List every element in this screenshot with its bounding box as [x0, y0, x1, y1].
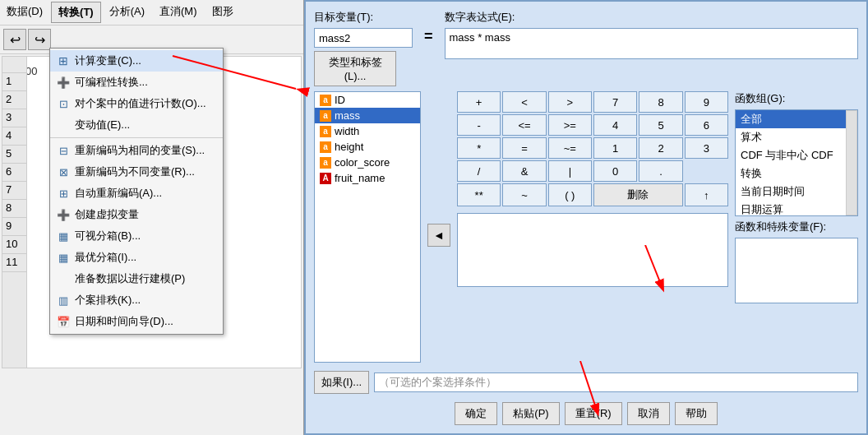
- calc-not[interactable]: ~: [502, 183, 546, 206]
- calc-3[interactable]: 3: [685, 137, 728, 159]
- transfer-section: ◄: [427, 91, 450, 363]
- calc-gt[interactable]: >: [548, 91, 592, 113]
- func-group-all[interactable]: 全部: [736, 110, 857, 128]
- calc-eq[interactable]: =: [502, 137, 546, 159]
- calc-8[interactable]: 8: [639, 91, 682, 113]
- calc-parens[interactable]: ( ): [548, 183, 592, 206]
- ok-button[interactable]: 确定: [455, 402, 497, 425]
- func-group-cdf[interactable]: CDF 与非中心 CDF: [736, 146, 857, 164]
- output-box: [457, 213, 728, 287]
- target-label: 目标变量(T):: [314, 10, 413, 25]
- calc-plus[interactable]: +: [457, 91, 501, 113]
- row-3: 3: [2, 109, 26, 127]
- calc-mul[interactable]: *: [457, 137, 501, 159]
- menu-optimal-bin[interactable]: ▦ 最优分箱(I)...: [50, 247, 223, 268]
- menu-data[interactable]: 数据(D): [0, 2, 49, 23]
- func-var-label: 函数和特殊变量(F):: [735, 220, 858, 234]
- func-group-scrollbar[interactable]: [846, 110, 857, 215]
- if-button[interactable]: 如果(I)...: [314, 371, 369, 394]
- calc-7[interactable]: 7: [593, 91, 637, 113]
- condition-box: （可选的个案选择条件）: [374, 373, 858, 392]
- variable-list: a ID a mass a width a height a color_s: [314, 91, 421, 363]
- menu-recode-same[interactable]: ⊟ 重新编码为相同的变量(S)...: [50, 140, 223, 161]
- var-height[interactable]: a height: [315, 139, 420, 155]
- menu-direct[interactable]: 直消(M): [153, 2, 204, 23]
- menu-rank[interactable]: ▥ 个案排秩(K)...: [50, 289, 223, 311]
- func-group-convert[interactable]: 转换: [736, 164, 857, 183]
- menu-transform[interactable]: 转换(T): [51, 2, 101, 23]
- row-6: 6: [2, 164, 26, 182]
- transfer-button[interactable]: ◄: [427, 224, 450, 247]
- calc-power[interactable]: **: [457, 183, 501, 206]
- calc-and[interactable]: &: [502, 160, 546, 182]
- menu-auto-recode[interactable]: ⊞ 自动重新编码(A)...: [50, 183, 223, 204]
- middle-section: a ID a mass a width a height a color_s: [314, 91, 858, 363]
- menu-shift-values[interactable]: 变动值(E)...: [50, 114, 223, 136]
- menu-create-dummy[interactable]: ➕ 创建虚拟变量: [50, 204, 223, 225]
- svg-line-3: [645, 245, 662, 286]
- menu-programmable[interactable]: ➕ 可编程性转换...: [50, 72, 223, 93]
- redo-button[interactable]: ↪: [28, 29, 51, 50]
- paste-button[interactable]: 粘贴(P): [502, 402, 559, 425]
- calc-icon: ⊞: [57, 54, 70, 67]
- func-group-label: 函数组(G):: [735, 91, 858, 106]
- action-buttons: 确定 粘贴(P) 重置(R) 取消 帮助: [314, 399, 858, 425]
- var-mass[interactable]: a mass: [315, 108, 420, 123]
- cancel-button[interactable]: 取消: [627, 402, 670, 425]
- calc-variable-dialog: 目标变量(T): 类型和标签(L)... = 数字表达式(E): mass * …: [304, 0, 868, 435]
- calc-1[interactable]: 1: [593, 137, 637, 159]
- calc-dot[interactable]: .: [639, 160, 682, 182]
- menu-datetime[interactable]: 📅 日期和时间向导(D)...: [50, 311, 223, 332]
- var-width[interactable]: a width: [315, 123, 420, 139]
- row-2: 2: [2, 91, 26, 109]
- calc-5[interactable]: 5: [639, 114, 682, 136]
- menu-visual-bin[interactable]: ▦ 可视分箱(B)...: [50, 225, 223, 247]
- calc-gte[interactable]: >=: [548, 114, 592, 136]
- calc-neq[interactable]: ~=: [548, 137, 592, 159]
- type-label-button[interactable]: 类型和标签(L)...: [314, 51, 396, 86]
- calc-9[interactable]: 9: [685, 91, 728, 113]
- menu-analyze[interactable]: 分析(A): [103, 2, 151, 23]
- left-panel: 数据(D) 转换(T) 分析(A) 直消(M) 图形 ↩ ↪ 64.00 1 2…: [0, 0, 304, 435]
- equals-sign: =: [424, 10, 433, 45]
- func-group-datetime[interactable]: 当前日期时间: [736, 183, 857, 201]
- calc-up[interactable]: ↑: [685, 183, 728, 206]
- calc-lt[interactable]: <: [502, 91, 546, 113]
- var-ID[interactable]: a ID: [315, 92, 420, 108]
- var-fruit-name[interactable]: A fruit_name: [315, 170, 420, 186]
- var-string-icon: A: [320, 173, 331, 184]
- menu-calc-variable[interactable]: ⊞ 计算变量(C)...: [50, 50, 223, 72]
- var-color-score[interactable]: a color_score: [315, 155, 420, 170]
- menu-graphs[interactable]: 图形: [205, 2, 240, 23]
- row-1: 1: [2, 73, 26, 91]
- calc-6[interactable]: 6: [685, 114, 728, 136]
- plus-icon: ➕: [57, 76, 70, 89]
- help-button[interactable]: 帮助: [675, 402, 718, 425]
- func-group-arithmetic[interactable]: 算术: [736, 128, 857, 146]
- undo-button[interactable]: ↩: [3, 29, 26, 50]
- calculator-section: + < > 7 8 9 - <= >= 4 5 6 * = ~= 1 2 3 /…: [457, 91, 728, 363]
- expression-input[interactable]: mass * mass: [445, 28, 858, 59]
- menu-recode-diff[interactable]: ⊠ 重新编码为不同变量(R)...: [50, 161, 223, 183]
- var-numeric-icon: a: [320, 110, 331, 122]
- calc-0[interactable]: 0: [593, 160, 637, 182]
- count-icon: ⊡: [57, 97, 70, 110]
- target-variable-input[interactable]: [314, 28, 413, 48]
- row-11: 11: [2, 254, 26, 272]
- shift-icon: [57, 118, 70, 132]
- calc-lte[interactable]: <=: [502, 114, 546, 136]
- calc-div[interactable]: /: [457, 160, 501, 182]
- calc-4[interactable]: 4: [593, 114, 637, 136]
- row-8: 8: [2, 200, 26, 218]
- calc-2[interactable]: 2: [639, 137, 682, 159]
- func-group-date-ops[interactable]: 日期运算: [736, 201, 857, 216]
- reset-button[interactable]: 重置(R): [565, 402, 622, 425]
- arrow-annotation-2: [612, 245, 678, 294]
- calc-or[interactable]: |: [548, 160, 592, 182]
- recode-diff-icon: ⊠: [57, 165, 70, 178]
- calc-minus[interactable]: -: [457, 114, 501, 136]
- calc-delete[interactable]: 删除: [593, 183, 683, 206]
- menu-count-values[interactable]: ⊡ 对个案中的值进行计数(O)...: [50, 93, 223, 114]
- datetime-icon: 📅: [57, 315, 70, 328]
- menu-prepare-model[interactable]: 准备数据以进行建模(P): [50, 268, 223, 289]
